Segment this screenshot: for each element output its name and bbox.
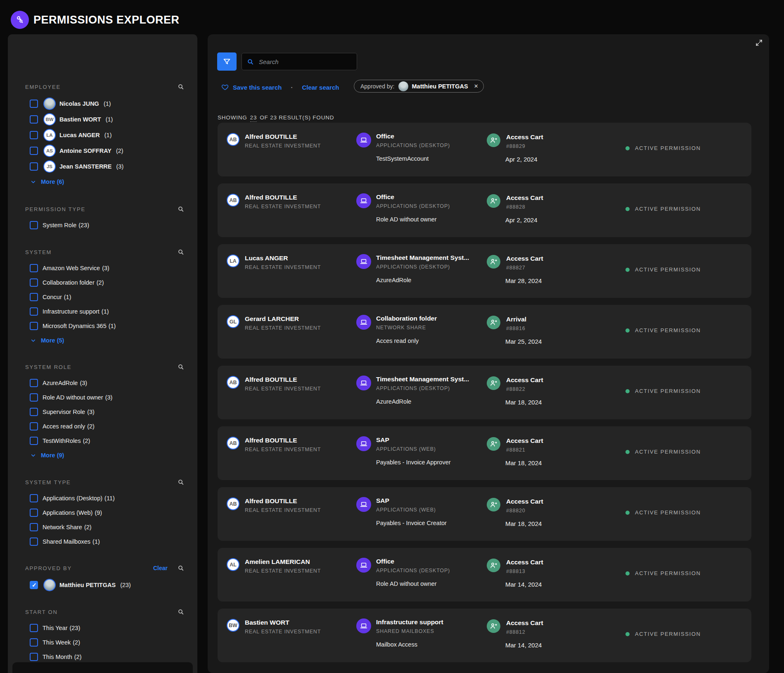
result-card[interactable]: AB Alfred BOUTILLE REAL ESTATE INVESTMEN… [218,123,751,176]
system-role-filter-item[interactable]: AzureAdRole (3) [8,376,197,390]
checkbox[interactable] [30,100,38,108]
system-type-filter-item[interactable]: Applications (Web) (9) [8,505,197,520]
approved-by-filter-chip[interactable]: Approved by: Matthieu PETITGAS ✕ [354,80,484,93]
search-icon[interactable] [178,609,184,615]
system-type: APPLICATIONS (DESKTOP) [376,143,450,148]
checkbox[interactable] [30,624,38,632]
more-system-roles-link[interactable]: More (9) [8,448,197,463]
employee-filter-item[interactable]: BW Bastien WORT (1) [8,112,197,127]
checkbox[interactable] [30,509,38,517]
system-name: SAP [376,497,436,504]
result-card[interactable]: GL Gerard LARCHER REAL ESTATE INVESTMENT… [218,305,751,359]
search-input[interactable] [259,58,352,65]
approver-avatar [43,579,56,591]
checkbox[interactable] [30,278,38,287]
checkbox[interactable] [30,293,38,301]
result-card[interactable]: AB Alfred BOUTILLE REAL ESTATE INVESTMEN… [218,487,751,541]
chip-close-icon[interactable]: ✕ [474,83,478,89]
approved-by-filter-item[interactable]: Matthieu PETITGAS (23) [8,577,197,593]
search-icon[interactable] [178,364,184,370]
checkbox[interactable] [30,653,38,661]
employee-company: REAL ESTATE INVESTMENT [245,386,321,392]
checkbox[interactable] [30,422,38,430]
permission-type-filter-item[interactable]: System Role (23) [8,218,197,232]
checkbox[interactable] [30,147,38,155]
sidebar-scrollbar[interactable] [12,662,193,673]
system-filter-item[interactable]: Infrastructure support (1) [8,304,197,319]
checkbox[interactable] [30,638,38,647]
clear-search-label: Clear search [302,84,339,91]
system-type-filter-item[interactable]: Network Share (2) [8,520,197,534]
access-type: Access Cart [506,133,543,141]
person-plus-icon [487,133,500,147]
search-icon[interactable] [178,249,184,255]
results-count[interactable]: 23 [250,114,257,122]
checkbox[interactable] [30,322,38,330]
result-card[interactable]: AB Alfred BOUTILLE REAL ESTATE INVESTMEN… [218,183,751,237]
clear-search-link[interactable]: Clear search [302,84,339,91]
system-type-filter-item[interactable]: Applications (Desktop) (11) [8,491,197,505]
checkbox[interactable] [30,379,38,387]
employee-column: AB Alfred BOUTILLE REAL ESTATE INVESTMEN… [227,376,321,392]
system-filter-item[interactable]: Microsoft Dynamics 365 (1) [8,319,197,333]
employee-filter-item[interactable]: LA Lucas ANGER (1) [8,127,197,143]
clear-approved-by-link[interactable]: Clear [153,565,168,571]
access-type: Access Cart [506,255,543,262]
system-filter-item[interactable]: Concur (1) [8,290,197,304]
system-name: SAP [376,436,436,444]
system-role-filter-item[interactable]: Role AD without owner (3) [8,390,197,404]
status-dot [625,571,630,575]
filter-button[interactable] [217,52,237,71]
search-icon[interactable] [178,479,184,485]
access-type: Access Cart [506,194,543,202]
system-role-filter-item[interactable]: Acces read only (2) [8,419,197,433]
checkbox[interactable] [30,537,38,546]
checkbox[interactable] [30,408,38,416]
start-on-filter-item[interactable]: This Year (23) [8,621,197,635]
system-filter-item[interactable]: Amazon Web Service (3) [8,261,197,275]
item-label: System Role [43,222,76,228]
system-type-filter-item[interactable]: Shared Mailboxes (1) [8,534,197,549]
system-role-filter-item[interactable]: TestWithRoles (2) [8,433,197,448]
result-card[interactable]: AB Alfred BOUTILLE REAL ESTATE INVESTMEN… [218,426,751,480]
save-search-link[interactable]: Save this search [221,83,282,91]
checkbox[interactable] [30,264,38,272]
employee-filter-item[interactable]: NJ Nicolas JUNG (1) [8,96,197,112]
employee-filter-item[interactable]: AS Antoine SOFFRAY (2) [8,143,197,159]
system-filter-item[interactable]: Collaboration folder (2) [8,275,197,290]
checkbox[interactable] [30,162,38,171]
checkbox[interactable] [30,393,38,402]
role-name: Payables - Invoice Approver [376,459,451,466]
result-card[interactable]: AL Amelien LAMERICAN REAL ESTATE INVESTM… [218,548,751,602]
checkbox[interactable] [30,115,38,124]
employee-filter-item[interactable]: JS Jean SANSTERRE (3) [8,159,197,174]
checkbox[interactable] [30,437,38,445]
more-employees-link[interactable]: More (6) [8,174,197,189]
checkbox[interactable] [30,131,38,139]
checkbox[interactable] [30,581,38,589]
result-card[interactable]: LA Lucas ANGER REAL ESTATE INVESTMENT Ti… [218,244,751,298]
checkbox[interactable] [30,307,38,316]
person-plus-icon [487,437,500,451]
permission-status: ACTIVE PERMISSION [625,327,701,333]
access-column: Access Cart #88820 [487,498,543,514]
search-icon[interactable] [178,206,184,212]
checkbox[interactable] [30,221,38,229]
system-role-filter-item[interactable]: Supervisor Role (3) [8,404,197,419]
checkbox[interactable] [30,523,38,531]
app-logo-key-search-icon[interactable] [11,11,29,29]
system-type: APPLICATIONS (WEB) [376,507,436,513]
expand-icon[interactable] [756,39,763,46]
status-label: ACTIVE PERMISSION [635,570,701,576]
search-icon[interactable] [178,83,184,90]
checkbox[interactable] [30,494,38,502]
result-card[interactable]: BW Bastien WORT REAL ESTATE INVESTMENT I… [218,609,751,662]
search-icon[interactable] [178,565,184,571]
system-column: Timesheet Management Syst... APPLICATION… [356,376,469,391]
start-on-filter-item[interactable]: This Month (2) [8,649,197,664]
start-on-filter-item[interactable]: This Week (2) [8,635,197,649]
result-card[interactable]: AB Alfred BOUTILLE REAL ESTATE INVESTMEN… [218,366,751,419]
filter-section-permission-type: PERMISSION TYPE System Role (23) [8,206,197,232]
more-systems-link[interactable]: More (5) [8,333,197,348]
employee-company: REAL ESTATE INVESTMENT [245,629,321,635]
